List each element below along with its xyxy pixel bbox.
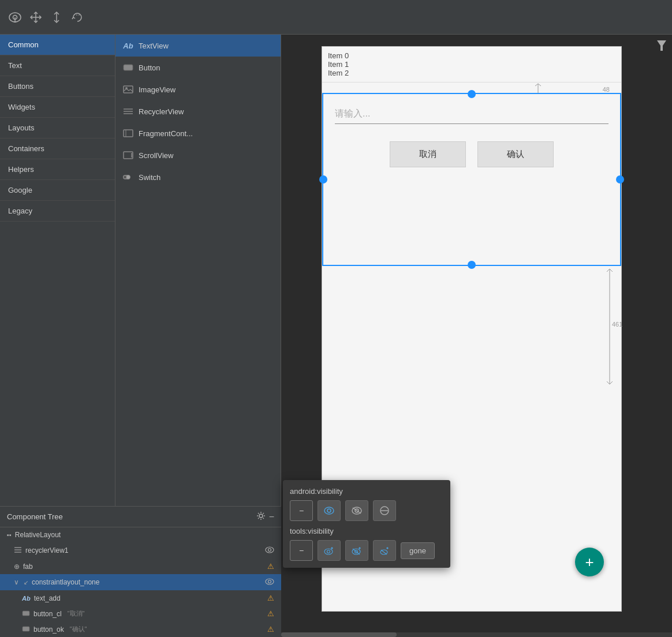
canvas-filter-icon[interactable] [657, 40, 666, 53]
button-ok-secondary: "确认" [70, 625, 87, 634]
tree-item-button-ok[interactable]: button_ok "确认" ⚠ [0, 621, 281, 637]
svg-point-40 [324, 549, 333, 554]
component-switch-label: Switch [139, 173, 160, 182]
component-recyclerview-label: RecyclerView [139, 107, 184, 116]
component-imageview[interactable]: ImageView [115, 78, 281, 100]
svg-point-19 [124, 176, 126, 179]
tools-vis-visible-btn[interactable] [318, 540, 341, 561]
expand-arrow: ∨ [14, 578, 19, 586]
tree-item-button-cl[interactable]: button_cl "取消" ⚠ [0, 606, 281, 621]
imageview-icon [122, 84, 134, 95]
dimension-461-area: 461 [604, 269, 615, 384]
android-vis-invisible-btn[interactable] [345, 500, 368, 521]
button-ok-icon [22, 625, 30, 634]
tree-button-cl-label: button_cl [33, 610, 62, 618]
gone-badge[interactable]: gone [401, 542, 435, 559]
palette-category-widgets[interactable]: Widgets [0, 97, 115, 118]
palette-category-containers[interactable]: Containers [0, 138, 115, 159]
dialog-buttons-area: 取消 确认 [323, 130, 620, 179]
svg-point-27 [266, 547, 274, 553]
button-ok-warning-icon: ⚠ [267, 625, 274, 634]
constraintlayout-icon: ↙ [24, 579, 28, 586]
svg-marker-20 [657, 40, 666, 51]
switch-icon [122, 171, 134, 183]
android-visibility-buttons: − [290, 500, 443, 521]
android-vis-gone-btn[interactable] [373, 500, 396, 521]
component-textview-label: TextView [139, 42, 169, 50]
palette-category-text[interactable]: Text [0, 55, 115, 76]
tools-vis-invisible-btn[interactable] [345, 540, 368, 561]
palette-category-common[interactable]: Common [0, 35, 115, 55]
selected-constraint-layout[interactable]: 请输入... 取消 确认 [322, 93, 621, 266]
tree-item-text-add[interactable]: Ab text_add ⚠ [0, 590, 281, 606]
svg-point-18 [126, 175, 130, 179]
minimize-icon[interactable]: − [269, 512, 274, 522]
tree-constraintlayout-label: constraintlayout_none [32, 578, 99, 586]
component-switch[interactable]: Switch [115, 166, 281, 188]
dimension-48-label: 48 [603, 86, 610, 93]
handle-left[interactable] [319, 175, 327, 183]
toolbar-eye-icon[interactable] [6, 8, 24, 27]
fragmentcont-icon [122, 128, 134, 139]
palette-category-google[interactable]: Google [0, 180, 115, 201]
palette-category-layouts[interactable]: Layouts [0, 118, 115, 138]
component-tree-section: Component Tree − ▪▪ RelativeLayout recyc… [0, 506, 281, 637]
canvas-scrollbar[interactable] [281, 632, 672, 637]
svg-rect-31 [23, 611, 29, 616]
textview-icon: Ab [122, 40, 134, 51]
palette-category-legacy[interactable]: Legacy [0, 201, 115, 222]
fab-button[interactable]: + [575, 548, 604, 576]
dimension-461-label: 461 [612, 321, 622, 328]
svg-point-30 [268, 580, 271, 583]
tree-item-recyclerview1[interactable]: recyclerView1 [0, 542, 281, 559]
android-vis-minus-btn[interactable]: − [290, 500, 313, 521]
palette-category-helpers[interactable]: Helpers [0, 159, 115, 180]
tree-relativelayout-label: RelativeLayout [15, 531, 61, 539]
handle-right[interactable] [616, 175, 624, 183]
component-button[interactable]: Button [115, 57, 281, 78]
tree-item-constraintlayout[interactable]: ∨ ↙ constraintlayout_none [0, 574, 281, 590]
text-add-warning-icon: ⚠ [267, 594, 274, 602]
button-cl-warning-icon: ⚠ [267, 609, 274, 618]
tree-text-add-label: text_add [34, 594, 61, 602]
component-scrollview[interactable]: ScrollView [115, 144, 281, 166]
recyclerview1-eye-icon[interactable] [265, 546, 274, 555]
component-textview[interactable]: Ab TextView [115, 35, 281, 57]
component-imageview-label: ImageView [139, 85, 176, 94]
list-item-2: Item 2 [328, 69, 615, 77]
component-fragmentcont[interactable]: FragmentCont... [115, 122, 281, 144]
svg-rect-13 [124, 130, 133, 137]
tools-visibility-row: − [290, 540, 443, 561]
list-items-area: Item 0 Item 1 Item 2 [322, 47, 621, 83]
palette-category-buttons[interactable]: Buttons [0, 76, 115, 97]
toolbar-move-icon[interactable] [27, 8, 45, 27]
tools-vis-gone-btn[interactable] [373, 540, 396, 561]
handle-top[interactable] [468, 90, 476, 98]
constraintlayout-eye-icon[interactable] [265, 578, 274, 587]
recyclerview1-icon [14, 546, 22, 555]
component-button-label: Button [139, 63, 160, 72]
toolbar-vertical-icon[interactable] [47, 8, 66, 27]
recyclerview-icon [122, 106, 134, 117]
svg-rect-32 [23, 627, 29, 631]
handle-bottom[interactable] [468, 261, 476, 269]
svg-point-23 [259, 514, 263, 518]
btn-confirm[interactable]: 确认 [477, 141, 554, 167]
scrollbar-thumb[interactable] [281, 632, 397, 637]
svg-point-33 [324, 507, 334, 514]
tools-vis-minus-btn[interactable]: − [290, 540, 313, 561]
tree-item-fab[interactable]: ⊕ fab ⚠ [0, 559, 281, 574]
tree-item-relativelayout[interactable]: ▪▪ RelativeLayout [0, 527, 281, 542]
svg-point-28 [268, 549, 271, 552]
component-tree-header: Component Tree − [0, 507, 281, 527]
svg-point-34 [327, 509, 331, 512]
svg-rect-7 [124, 65, 133, 70]
tree-recyclerview1-label: recyclerView1 [25, 546, 68, 554]
settings-icon[interactable] [256, 511, 266, 522]
component-tree-title: Component Tree [7, 512, 63, 521]
text-add-icon: Ab [22, 595, 31, 602]
android-vis-visible-btn[interactable] [318, 500, 341, 521]
btn-cancel[interactable]: 取消 [390, 141, 466, 167]
toolbar-refresh-icon[interactable] [68, 8, 87, 27]
component-recyclerview[interactable]: RecyclerView [115, 100, 281, 122]
